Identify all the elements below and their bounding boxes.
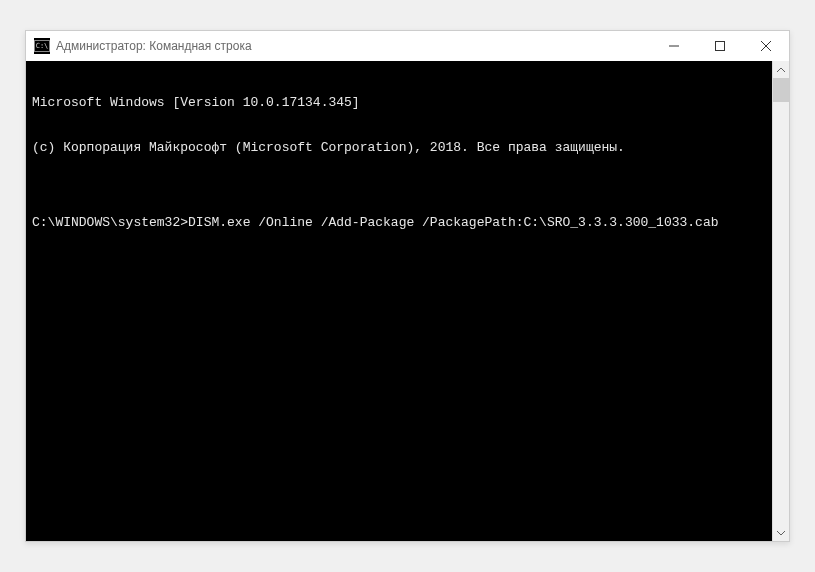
maximize-icon (715, 41, 725, 51)
titlebar[interactable]: C:\ Администратор: Командная строка (26, 31, 789, 61)
terminal-line: Microsoft Windows [Version 10.0.17134.34… (32, 95, 766, 110)
terminal-line: (c) Корпорация Майкрософт (Microsoft Cor… (32, 140, 766, 155)
scroll-up-button[interactable] (773, 61, 789, 78)
minimize-button[interactable] (651, 31, 697, 61)
svg-rect-1 (716, 42, 725, 51)
close-icon (761, 41, 771, 51)
chevron-down-icon (777, 529, 785, 537)
terminal-output[interactable]: Microsoft Windows [Version 10.0.17134.34… (26, 61, 772, 541)
command-prompt-window: C:\ Администратор: Командная строка (25, 30, 790, 542)
app-icon: C:\ (34, 38, 50, 54)
vertical-scrollbar[interactable] (772, 61, 789, 541)
chevron-up-icon (777, 66, 785, 74)
window-title: Администратор: Командная строка (56, 39, 651, 53)
close-button[interactable] (743, 31, 789, 61)
window-controls (651, 31, 789, 61)
scroll-down-button[interactable] (773, 524, 789, 541)
scroll-thumb[interactable] (773, 78, 789, 102)
maximize-button[interactable] (697, 31, 743, 61)
minimize-icon (669, 41, 679, 51)
terminal-line: C:\WINDOWS\system32>DISM.exe /Online /Ad… (32, 215, 766, 230)
terminal-area: Microsoft Windows [Version 10.0.17134.34… (26, 61, 789, 541)
